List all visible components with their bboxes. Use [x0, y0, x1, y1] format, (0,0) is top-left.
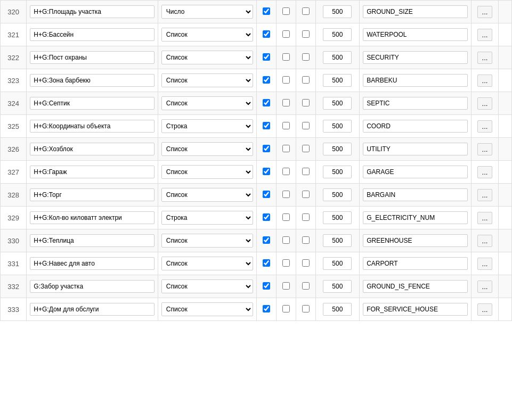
field-name-input[interactable] [30, 120, 155, 133]
field-type-select[interactable]: ЧислоСписокСтрокаДатаБулево [161, 211, 253, 225]
dots-button[interactable]: ... [477, 303, 493, 316]
code-input[interactable] [363, 5, 468, 18]
size-input[interactable] [323, 303, 352, 316]
code-input[interactable] [363, 211, 468, 224]
checkbox3[interactable] [302, 191, 310, 198]
checkbox1[interactable] [263, 259, 270, 267]
checkbox3[interactable] [302, 7, 310, 15]
field-name-input[interactable] [30, 280, 155, 293]
field-name-input[interactable] [30, 257, 155, 270]
checkbox2[interactable] [282, 122, 290, 129]
field-name-input[interactable] [30, 303, 155, 316]
field-name-input[interactable] [30, 234, 155, 247]
dots-button[interactable]: ... [477, 6, 493, 18]
field-type-select[interactable]: ЧислоСписокСтрокаДатаБулево [161, 96, 253, 110]
checkbox2[interactable] [282, 53, 290, 61]
checkbox1[interactable] [263, 99, 270, 106]
checkbox2[interactable] [282, 7, 290, 15]
code-input[interactable] [363, 188, 468, 201]
checkbox3[interactable] [302, 305, 310, 312]
checkbox2[interactable] [282, 30, 290, 38]
dots-button[interactable]: ... [477, 52, 493, 64]
field-type-select[interactable]: ЧислоСписокСтрокаДатаБулево [161, 28, 253, 42]
size-input[interactable] [323, 188, 352, 201]
field-type-select[interactable]: ЧислоСписокСтрокаДатаБулево [161, 302, 253, 316]
checkbox3[interactable] [302, 30, 310, 38]
checkbox1[interactable] [263, 213, 270, 221]
size-input[interactable] [323, 74, 352, 87]
field-name-input[interactable] [30, 97, 155, 110]
checkbox1[interactable] [263, 30, 270, 38]
code-input[interactable] [363, 280, 468, 293]
size-input[interactable] [323, 257, 352, 270]
checkbox2[interactable] [282, 145, 290, 152]
size-input[interactable] [323, 280, 352, 293]
checkbox2[interactable] [282, 259, 290, 267]
field-type-select[interactable]: ЧислоСписокСтрокаДатаБулево [161, 73, 253, 87]
checkbox2[interactable] [282, 191, 290, 198]
field-name-input[interactable] [30, 74, 155, 87]
checkbox2[interactable] [282, 305, 290, 312]
size-input[interactable] [323, 5, 352, 18]
dots-button[interactable]: ... [477, 235, 493, 247]
checkbox1[interactable] [263, 76, 270, 84]
code-input[interactable] [363, 234, 468, 247]
checkbox1[interactable] [263, 282, 270, 290]
dots-button[interactable]: ... [477, 281, 493, 293]
checkbox3[interactable] [302, 99, 310, 106]
checkbox3[interactable] [302, 259, 310, 267]
checkbox3[interactable] [302, 122, 310, 129]
code-input[interactable] [363, 257, 468, 270]
size-input[interactable] [323, 143, 352, 155]
field-type-select[interactable]: ЧислоСписокСтрокаДатаБулево [161, 165, 253, 179]
dots-button[interactable]: ... [477, 75, 493, 87]
field-name-input[interactable] [30, 188, 155, 201]
checkbox3[interactable] [302, 76, 310, 84]
dots-button[interactable]: ... [477, 166, 493, 178]
checkbox1[interactable] [263, 168, 270, 175]
checkbox2[interactable] [282, 282, 290, 290]
field-name-input[interactable] [30, 51, 155, 64]
dots-button[interactable]: ... [477, 212, 493, 224]
code-input[interactable] [363, 303, 468, 316]
dots-button[interactable]: ... [477, 29, 493, 41]
code-input[interactable] [363, 143, 468, 155]
checkbox1[interactable] [263, 7, 270, 15]
checkbox2[interactable] [282, 76, 290, 84]
checkbox2[interactable] [282, 99, 290, 106]
checkbox2[interactable] [282, 213, 290, 221]
code-input[interactable] [363, 51, 468, 64]
code-input[interactable] [363, 166, 468, 178]
field-type-select[interactable]: ЧислоСписокСтрокаДатаБулево [161, 234, 253, 248]
checkbox3[interactable] [302, 168, 310, 175]
dots-button[interactable]: ... [477, 97, 493, 110]
code-input[interactable] [363, 97, 468, 110]
field-type-select[interactable]: ЧислоСписокСтрокаДатаБулево [161, 119, 253, 133]
dots-button[interactable]: ... [477, 143, 493, 155]
code-input[interactable] [363, 120, 468, 133]
size-input[interactable] [323, 234, 352, 247]
field-type-select[interactable]: ЧислоСписокСтрокаДатаБулево [161, 257, 253, 270]
field-type-select[interactable]: ЧислоСписокСтрокаДатаБулево [161, 142, 253, 156]
size-input[interactable] [323, 97, 352, 110]
field-type-select[interactable]: ЧислоСписокСтрокаДатаБулево [161, 5, 253, 19]
checkbox3[interactable] [302, 282, 310, 290]
field-name-input[interactable] [30, 143, 155, 155]
field-type-select[interactable]: ЧислоСписокСтрокаДатаБулево [161, 279, 253, 293]
field-type-select[interactable]: ЧислоСписокСтрокаДатаБулево [161, 188, 253, 202]
checkbox1[interactable] [263, 305, 270, 312]
checkbox1[interactable] [263, 122, 270, 129]
checkbox1[interactable] [263, 191, 270, 198]
checkbox2[interactable] [282, 168, 290, 175]
size-input[interactable] [323, 166, 352, 178]
field-name-input[interactable] [30, 5, 155, 18]
field-type-select[interactable]: ЧислоСписокСтрокаДатаБулево [161, 51, 253, 64]
checkbox3[interactable] [302, 145, 310, 152]
field-name-input[interactable] [30, 166, 155, 178]
dots-button[interactable]: ... [477, 120, 493, 133]
field-name-input[interactable] [30, 211, 155, 224]
dots-button[interactable]: ... [477, 189, 493, 201]
size-input[interactable] [323, 28, 352, 41]
size-input[interactable] [323, 211, 352, 224]
dots-button[interactable]: ... [477, 258, 493, 270]
